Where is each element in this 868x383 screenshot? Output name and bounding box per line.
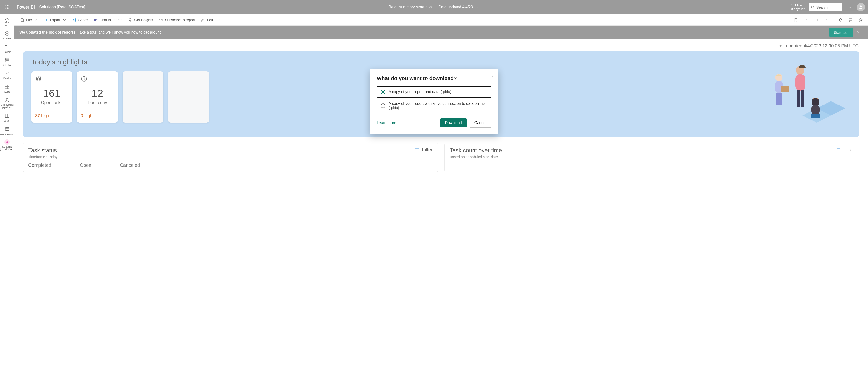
label: Get insights (134, 18, 153, 22)
radio-option-live-connection[interactable]: A copy of your report with a live connec… (377, 98, 491, 113)
label: Export (50, 18, 60, 22)
topbar-center: Retail summary store ops Data updated 4/… (389, 5, 479, 9)
nav-label: Apps (4, 90, 10, 93)
svg-rect-20 (5, 85, 7, 87)
comment-button[interactable] (847, 16, 855, 24)
file-menu[interactable]: File (18, 17, 40, 24)
banner-close-button[interactable] (853, 30, 863, 34)
nav-current-workspace[interactable]: Solutions [RetailSOA... (0, 138, 14, 152)
task-count-panel: Task count over time Based on scheduled … (444, 143, 860, 173)
nav-workspaces[interactable]: Workspaces (0, 125, 14, 137)
export-icon (44, 18, 48, 22)
chevron-down-icon (62, 18, 66, 22)
label: File (26, 18, 32, 22)
panel-subtitle: Based on scheduled start date (450, 155, 502, 159)
svg-rect-22 (5, 87, 7, 89)
nav-home[interactable]: Home (0, 16, 14, 29)
workspace-tile-icon (4, 139, 10, 145)
share-button[interactable]: Share (70, 17, 90, 24)
svg-rect-21 (7, 85, 9, 87)
filter-button[interactable]: Filter (836, 147, 854, 152)
svg-point-29 (219, 20, 220, 20)
view-button[interactable] (812, 16, 820, 24)
svg-rect-28 (159, 19, 163, 21)
card-due-today[interactable]: 12 Due today 0 high (77, 71, 118, 123)
radio-option-report-and-data[interactable]: A copy of your report and data (.pbix) (377, 86, 491, 98)
favorite-button[interactable] (857, 16, 865, 24)
separator (833, 17, 833, 23)
home-icon (4, 18, 10, 23)
radio-icon (381, 90, 385, 94)
card-label: Due today (81, 100, 114, 105)
card-badge: 37 high (35, 113, 68, 118)
data-updated-label[interactable]: Data updated 4/4/23 (438, 5, 473, 9)
refresh-button[interactable] (837, 16, 845, 24)
topbar-right: PPU Trial: 38 days left (789, 3, 865, 11)
more-options-button[interactable] (845, 3, 853, 11)
nav-learn[interactable]: Learn (0, 112, 14, 124)
bookmark-button[interactable] (792, 16, 800, 24)
chat-teams-button[interactable]: Chat in Teams (91, 17, 125, 24)
nav-label: Browse (3, 50, 11, 53)
search-input[interactable] (816, 5, 839, 9)
subscribe-button[interactable]: Subscribe to report (156, 17, 197, 24)
export-menu[interactable]: Export (41, 17, 69, 24)
label: Chat in Teams (100, 18, 123, 22)
apps-icon (4, 84, 10, 89)
report-name-label[interactable]: Retail summary store ops (389, 5, 432, 9)
svg-rect-50 (811, 105, 819, 115)
rocket-icon (4, 97, 10, 102)
ellipsis-icon (219, 18, 223, 22)
nav-apps[interactable]: Apps (0, 83, 14, 95)
trial-status[interactable]: PPU Trial: 38 days left (789, 3, 806, 11)
modal-close-button[interactable] (490, 75, 494, 79)
filter-label: Filter (422, 147, 432, 152)
nav-browse[interactable]: Browse (0, 43, 14, 55)
hero-title: Today's highlights (31, 58, 851, 66)
download-button[interactable]: Download (440, 118, 467, 127)
svg-point-7 (7, 8, 8, 9)
start-tour-button[interactable]: Start tour (829, 28, 853, 37)
filter-icon (414, 147, 420, 152)
pencil-icon (201, 18, 205, 22)
edit-button[interactable]: Edit (198, 17, 215, 24)
nav-create[interactable]: Create (0, 29, 14, 42)
learn-more-link[interactable]: Learn more (377, 121, 396, 125)
bookmark-chevron[interactable] (802, 16, 810, 24)
tour-banner: We updated the look of reports Take a to… (14, 26, 868, 39)
chevron-down-icon[interactable] (476, 5, 479, 9)
trial-line2: 38 days left (789, 7, 806, 11)
view-chevron[interactable] (822, 16, 830, 24)
banner-bold: We updated the look of reports (20, 30, 75, 34)
user-avatar[interactable] (857, 3, 865, 11)
svg-point-30 (221, 20, 221, 20)
nav-label: Solutions [RetailSOA... (0, 145, 14, 151)
svg-point-4 (7, 7, 8, 8)
last-updated-label: Last updated 4/4/2023 12:30:05 PM UTC (23, 39, 860, 51)
mail-icon (159, 18, 163, 22)
more-button[interactable] (216, 17, 225, 24)
nav-datahub[interactable]: Data hub (0, 56, 14, 68)
nav-pipelines[interactable]: Deployment pipelines (0, 96, 14, 111)
svg-point-12 (849, 7, 850, 8)
share-icon (72, 18, 76, 22)
clock-icon (81, 76, 114, 83)
search-box[interactable] (809, 3, 842, 11)
nav-metrics[interactable]: Metrics (0, 69, 14, 82)
get-insights-button[interactable]: Get insights (126, 17, 155, 24)
nav-label: Metrics (3, 77, 11, 80)
svg-rect-24 (5, 127, 9, 131)
lightbulb-icon (128, 18, 132, 22)
workspace-breadcrumb[interactable]: Solutions [RetailSOATest] (39, 5, 85, 9)
svg-rect-19 (5, 61, 9, 62)
label: Subscribe to report (165, 18, 195, 22)
action-bar: File Export Share Chat in Teams Get insi… (14, 14, 868, 26)
filter-button[interactable]: Filter (414, 147, 432, 152)
svg-point-5 (8, 7, 9, 8)
cancel-button[interactable]: Cancel (469, 118, 491, 127)
nav-label: Learn (4, 119, 10, 122)
card-open-tasks[interactable]: 161 Open tasks 37 high (31, 71, 72, 123)
svg-point-35 (36, 77, 41, 81)
app-launcher-button[interactable] (3, 3, 12, 12)
left-nav: Home Create Browse Data hub Metrics Apps… (0, 14, 14, 383)
